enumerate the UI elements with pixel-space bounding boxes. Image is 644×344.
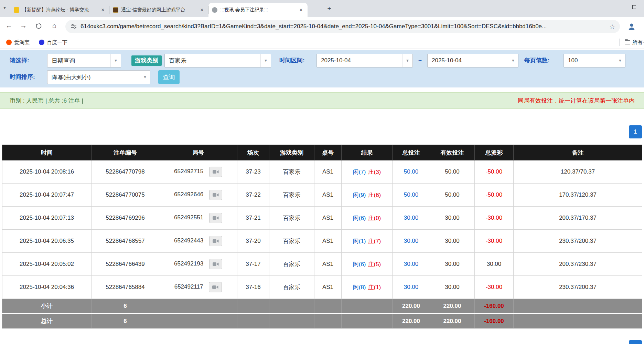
cell-table-no: AS1 [314,207,342,230]
tab-search-chevron-icon[interactable]: ▾ [3,5,6,10]
cell-total-bet: 30.00 [393,207,430,230]
col-header-session: 场次 [237,145,269,160]
total-bet-link[interactable]: 30.00 [404,215,419,221]
cell-payout: -30.00 [475,276,514,299]
replay-button[interactable] [209,259,222,269]
tab-forum[interactable]: 【新提醒】海燕论坛 - 博学交流 × [10,3,109,17]
subtotal-count: 6 [92,299,159,314]
video-icon [213,169,219,174]
date-separator: ~ [418,54,422,67]
chevron-down-icon: ▾ [615,54,625,67]
close-icon[interactable]: × [199,7,205,13]
result-banker: 庄(3) [368,169,381,175]
table-header: 时间 注单编号 局号 场次 游戏类别 桌号 结果 总投注 有效投注 总派彩 备注 [2,145,642,160]
round-number: 652492117 [174,283,203,290]
cell-note: 120.37/70.37 [514,160,642,184]
date-start-dropdown[interactable]: 2025-10-04 ▾ [316,54,413,67]
restore-icon [632,5,636,9]
cell-valid-bet: 30.00 [430,207,475,230]
per-page-dropdown[interactable]: 100 ▾ [564,54,625,67]
restore-button[interactable] [624,0,644,14]
per-page-value: 100 [564,57,615,64]
total-bet-link[interactable]: 30.00 [404,284,419,290]
chevron-down-icon: ▾ [508,54,518,67]
reload-button[interactable] [34,23,43,31]
tab-title: 通宝-信誉最好的网上游戏平台 [121,7,196,13]
game-kind-dropdown[interactable]: 百家乐 ▾ [164,54,271,67]
currency-summary-text: 币别 : 人民币 | 总共 :6 注单 | [10,93,83,109]
site-settings-icon[interactable] [70,23,77,30]
result-banker: 庄(1) [368,284,381,291]
date-start-value: 2025-10-04 [317,57,402,64]
cell-table-no: AS1 [314,230,342,253]
tongbao-favicon-icon [113,7,118,13]
bet-record-table: 时间 注单编号 局号 场次 游戏类别 桌号 结果 总投注 有效投注 总派彩 备注… [2,145,642,329]
cell-note: 200.37/170.37 [514,207,642,230]
table-row: 2025-10-04 20:06:35 522864768557 6524924… [2,230,642,253]
replay-button[interactable] [209,190,222,200]
cell-session: 37-17 [237,253,269,276]
bookmark-label: 爱淘宝 [14,39,30,46]
close-icon[interactable]: × [100,7,106,13]
replay-button[interactable] [209,167,222,177]
bookmark-taobao[interactable]: 爱淘宝 [6,36,30,49]
table-body: 2025-10-04 20:08:16 522864770798 6524927… [2,160,642,329]
tab-bet-records-active[interactable]: :::视讯 会员下注纪录::: × [208,3,308,17]
replay-button[interactable] [209,236,222,246]
per-page-label: 每页笔数: [524,54,550,67]
col-header-note: 备注 [514,145,642,160]
cell-valid-bet: 50.00 [430,184,475,207]
col-header-result: 结果 [342,145,393,160]
subtotal-label: 小计 [2,299,92,314]
cell-total-bet: 50.00 [393,160,430,184]
search-button[interactable]: 查询 [158,70,180,84]
subtotal-total-bet: 220.00 [393,299,430,314]
replay-button[interactable] [209,213,222,223]
back-button[interactable]: ← [4,22,14,30]
url-bar[interactable]: 614oxkc3.com/game/betrecord_search/kind3… [65,20,620,33]
forward-button[interactable]: → [19,22,28,30]
cell-total-bet: 50.00 [393,184,430,207]
profile-icon[interactable] [627,22,636,31]
cell-payout: -50.00 [475,160,514,184]
cell-game-kind: 百家乐 [269,207,314,230]
cell-valid-bet: 30.00 [430,230,475,253]
home-button[interactable]: ⌂ [50,22,59,30]
minimize-button[interactable] [604,0,624,14]
replay-button[interactable] [209,282,222,292]
close-icon[interactable]: × [298,7,304,13]
new-tab-button[interactable]: + [325,5,333,13]
cell-payout: -50.00 [475,184,514,207]
bookmark-star-icon[interactable]: ☆ [609,23,615,31]
cell-round: 652492117 [159,276,237,299]
pagination-bottom-partial-button[interactable] [629,340,642,344]
query-type-dropdown[interactable]: 日期查询 ▾ [47,54,121,67]
pagination-page-1-button[interactable]: 1 [629,125,642,138]
total-total-bet: 220.00 [393,314,430,329]
filter-panel: 请选择: 日期查询 ▾ 游戏类别 百家乐 ▾ 时间区间: 2025-10-04 … [0,50,644,87]
bookmarks-bar: 爱淘宝 百度一下 所有书签 [0,36,644,49]
all-bookmarks-button[interactable]: 所有书签 [625,36,644,49]
cell-valid-bet: 30.00 [430,276,475,299]
video-icon [213,192,219,197]
total-bet-link[interactable]: 30.00 [404,238,419,244]
sort-dropdown[interactable]: 降幂(由大到小) ▾ [47,70,150,84]
cell-total-bet: 30.00 [393,276,430,299]
cell-result: 闲(1)庄(7) [342,230,393,253]
cell-game-kind: 百家乐 [269,230,314,253]
total-bet-link[interactable]: 30.00 [404,261,419,267]
taobao-icon [6,40,12,45]
cell-result: 闲(9)庄(6) [342,184,393,207]
result-player: 闲(9) [353,192,366,198]
reload-icon [35,23,42,29]
cell-session: 37-22 [237,184,269,207]
cell-bet-id: 522864770075 [92,184,159,207]
bookmark-baidu[interactable]: 百度一下 [39,36,67,49]
total-bet-link[interactable]: 50.00 [404,168,419,175]
chevron-down-icon: ▾ [140,71,150,84]
url-text[interactable]: 614oxkc3.com/game/betrecord_search/kind3… [80,23,606,30]
total-bet-link[interactable]: 50.00 [404,191,419,198]
tab-tongbao[interactable]: 通宝-信誉最好的网上游戏平台 × [109,3,208,17]
date-end-dropdown[interactable]: 2025-10-04 ▾ [427,54,518,67]
bookmarks-divider [619,39,620,46]
